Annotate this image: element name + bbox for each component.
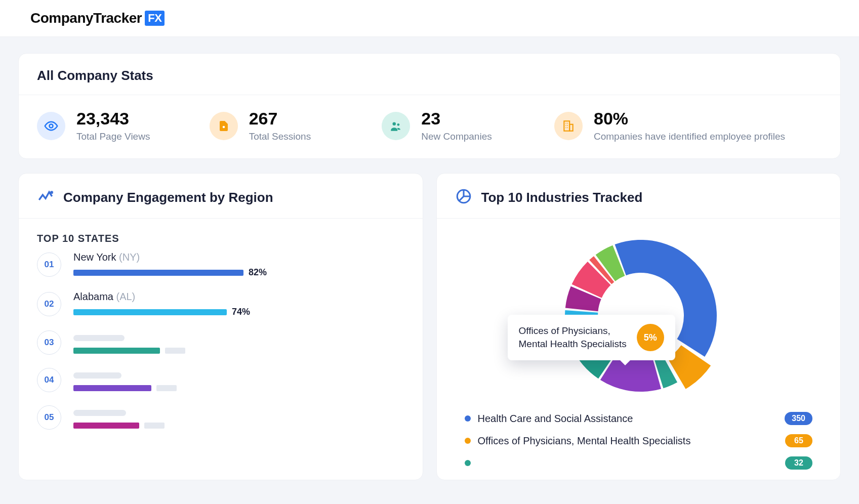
- legend-dot: [465, 438, 471, 444]
- state-rank: 03: [37, 330, 61, 355]
- industries-card-title: Top 10 Industries Tracked: [481, 190, 643, 205]
- stat-label: Companies have identified employee profi…: [594, 131, 785, 142]
- state-name: Alabama (AL): [73, 291, 404, 303]
- tooltip-text: Offices of Physicians, Mental Health Spe…: [519, 324, 627, 351]
- region-subhead: TOP 10 STATES: [19, 219, 423, 251]
- svg-rect-4: [564, 121, 569, 131]
- industries-card-header: Top 10 Industries Tracked: [437, 174, 841, 219]
- stat-value: 80%: [594, 109, 785, 128]
- brand-logo[interactable]: CompanyTracker FX: [30, 10, 829, 26]
- state-rank: 04: [37, 368, 61, 392]
- stats-card-header: All Company Stats: [19, 54, 840, 95]
- svg-point-2: [393, 122, 396, 125]
- state-name: [73, 407, 404, 418]
- app-frame: CompanyTracker FX All Company Stats 23,3…: [0, 0, 859, 504]
- legend-dot: [465, 460, 471, 466]
- stats-card: All Company Stats 23,343 Total Page View…: [18, 53, 841, 159]
- state-row[interactable]: 04: [37, 368, 404, 392]
- state-bar: [73, 385, 404, 391]
- stat-employee-profiles: 80% Companies have identified employee p…: [554, 109, 822, 142]
- state-bar: [73, 423, 404, 429]
- two-column: Company Engagement by Region TOP 10 STAT…: [18, 173, 841, 480]
- stat-page-views: 23,343 Total Page Views: [37, 109, 204, 142]
- stat-label: New Companies: [421, 131, 492, 142]
- legend-count: 32: [785, 456, 812, 470]
- topbar: CompanyTracker FX: [0, 0, 859, 37]
- svg-point-0: [50, 124, 53, 128]
- building-icon: [554, 112, 583, 140]
- pie-chart-icon: [455, 188, 472, 207]
- state-name: [73, 369, 404, 381]
- eye-icon: [37, 112, 65, 140]
- stat-value: 267: [249, 109, 311, 128]
- brand-suffix: FX: [145, 11, 165, 26]
- region-card: Company Engagement by Region TOP 10 STAT…: [18, 173, 423, 480]
- stat-value: 23,343: [76, 109, 150, 128]
- state-bar: [73, 348, 404, 354]
- tooltip-pct-badge: 5%: [637, 324, 664, 351]
- stat-new-companies: 23 New Companies: [382, 109, 549, 142]
- state-bar: 82%: [73, 267, 404, 278]
- legend-row[interactable]: 32: [465, 456, 813, 470]
- state-body: New York (NY)82%: [73, 251, 404, 278]
- state-row[interactable]: 01New York (NY)82%: [37, 251, 404, 278]
- region-card-header: Company Engagement by Region: [19, 174, 423, 219]
- legend-label: Health Care and Social Assistance: [478, 413, 778, 425]
- stats-card-title: All Company Stats: [37, 68, 822, 83]
- people-icon: [382, 112, 410, 140]
- stats-row: 23,343 Total Page Views 267 Total Sessio…: [19, 95, 840, 158]
- state-body: [73, 369, 404, 391]
- tooltip-line1: Offices of Physicians,: [519, 325, 610, 336]
- state-row[interactable]: 03: [37, 330, 404, 355]
- donut-tooltip: Offices of Physicians, Mental Health Spe…: [508, 315, 675, 360]
- state-pct: 74%: [232, 307, 250, 317]
- tooltip-arrow: [619, 359, 631, 365]
- state-row[interactable]: 05: [37, 405, 404, 430]
- state-pct: 82%: [249, 267, 267, 278]
- svg-rect-5: [569, 124, 573, 131]
- svg-point-1: [222, 125, 225, 128]
- state-rank: 02: [37, 292, 61, 316]
- stat-label: Total Sessions: [249, 131, 311, 142]
- legend-row[interactable]: Health Care and Social Assistance350: [465, 412, 813, 425]
- legend-row[interactable]: Offices of Physicians, Mental Health Spe…: [465, 434, 813, 447]
- stat-value: 23: [421, 109, 492, 128]
- content: All Company Stats 23,343 Total Page View…: [0, 37, 859, 496]
- state-bar: 74%: [73, 307, 404, 317]
- brand-main: CompanyTracker: [30, 10, 142, 26]
- state-name: New York (NY): [73, 251, 404, 263]
- svg-point-3: [397, 123, 400, 126]
- state-rank: 05: [37, 405, 61, 430]
- state-row[interactable]: 02Alabama (AL)74%: [37, 291, 404, 317]
- donut-wrap: Offices of Physicians, Mental Health Spe…: [437, 219, 841, 407]
- stat-label: Total Page Views: [76, 131, 150, 142]
- industries-legend: Health Care and Social Assistance350Offi…: [437, 407, 841, 480]
- state-body: [73, 407, 404, 429]
- region-card-title: Company Engagement by Region: [63, 190, 273, 205]
- state-name: [73, 332, 404, 344]
- legend-dot: [465, 415, 471, 422]
- document-icon: [210, 112, 238, 140]
- state-list: 01New York (NY)82%02Alabama (AL)74%03040…: [19, 251, 423, 448]
- legend-label: Offices of Physicians, Mental Health Spe…: [478, 435, 779, 447]
- industries-card: Top 10 Industries Tracked Offices of Phy…: [436, 173, 841, 480]
- legend-count: 65: [785, 434, 812, 447]
- state-body: [73, 332, 404, 354]
- state-body: Alabama (AL)74%: [73, 291, 404, 317]
- tooltip-line2: Mental Health Specialists: [519, 339, 627, 349]
- state-rank: 01: [37, 253, 61, 277]
- chart-line-icon: [37, 188, 54, 207]
- stat-sessions: 267 Total Sessions: [210, 109, 377, 142]
- legend-count: 350: [785, 412, 812, 425]
